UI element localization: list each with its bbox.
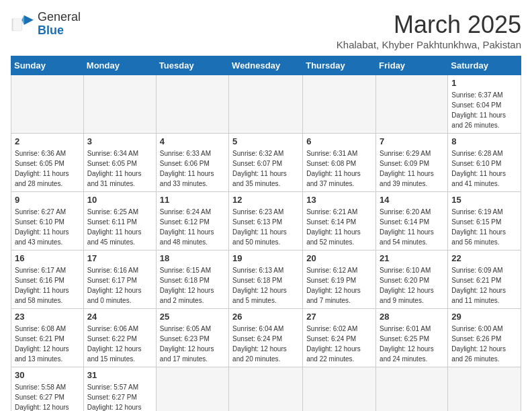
logo-icon: [11, 14, 35, 34]
calendar-cell: 15Sunrise: 6:19 AM Sunset: 6:15 PM Dayli…: [448, 192, 521, 250]
day-number: 11: [160, 195, 225, 205]
day-info: Sunrise: 6:32 AM Sunset: 6:07 PM Dayligh…: [232, 148, 299, 189]
calendar-cell: 21Sunrise: 6:10 AM Sunset: 6:20 PM Dayli…: [376, 250, 448, 309]
calendar-cell: 16Sunrise: 6:17 AM Sunset: 6:16 PM Dayli…: [11, 250, 84, 309]
title-area: March 2025 Khalabat, Khyber Pakhtunkhwa,…: [337, 11, 521, 50]
day-number: 27: [306, 312, 372, 322]
calendar-cell: 7Sunrise: 6:29 AM Sunset: 6:09 PM Daylig…: [376, 134, 448, 192]
calendar-cell: 18Sunrise: 6:15 AM Sunset: 6:18 PM Dayli…: [156, 250, 228, 309]
calendar-cell: 31Sunrise: 5:57 AM Sunset: 6:27 PM Dayli…: [83, 367, 156, 412]
day-info: Sunrise: 6:04 AM Sunset: 6:24 PM Dayligh…: [232, 324, 299, 364]
calendar-cell: [11, 75, 84, 134]
day-info: Sunrise: 6:19 AM Sunset: 6:15 PM Dayligh…: [451, 207, 517, 247]
day-info: Sunrise: 6:28 AM Sunset: 6:10 PM Dayligh…: [451, 148, 517, 189]
logo-text: GeneralBlue: [38, 11, 81, 38]
svg-marker-4: [21, 15, 24, 25]
calendar-cell: [156, 367, 228, 412]
calendar-cell: 10Sunrise: 6:25 AM Sunset: 6:11 PM Dayli…: [83, 192, 156, 250]
calendar-cell: 22Sunrise: 6:09 AM Sunset: 6:21 PM Dayli…: [448, 250, 521, 309]
calendar-cell: [376, 75, 448, 134]
day-number: 8: [451, 136, 517, 146]
week-row-1: 2Sunrise: 6:36 AM Sunset: 6:05 PM Daylig…: [11, 134, 521, 192]
weekday-header-wednesday: Wednesday: [229, 56, 303, 75]
day-number: 3: [87, 136, 152, 146]
day-number: 13: [306, 195, 372, 205]
day-info: Sunrise: 6:02 AM Sunset: 6:24 PM Dayligh…: [306, 324, 372, 364]
day-number: 6: [306, 136, 372, 146]
calendar-cell: [448, 367, 521, 412]
week-row-2: 9Sunrise: 6:27 AM Sunset: 6:10 PM Daylig…: [11, 192, 521, 250]
day-number: 28: [380, 312, 444, 322]
calendar-cell: [229, 367, 303, 412]
week-row-0: 1Sunrise: 6:37 AM Sunset: 6:04 PM Daylig…: [11, 75, 521, 134]
day-info: Sunrise: 6:37 AM Sunset: 6:04 PM Dayligh…: [451, 90, 517, 130]
calendar-cell: [303, 367, 376, 412]
svg-marker-3: [24, 15, 34, 25]
calendar-cell: 14Sunrise: 6:20 AM Sunset: 6:14 PM Dayli…: [376, 192, 448, 250]
day-info: Sunrise: 5:57 AM Sunset: 6:27 PM Dayligh…: [87, 382, 152, 411]
weekday-header-tuesday: Tuesday: [156, 56, 228, 75]
calendar-cell: 4Sunrise: 6:33 AM Sunset: 6:06 PM Daylig…: [156, 134, 228, 192]
calendar-cell: 27Sunrise: 6:02 AM Sunset: 6:24 PM Dayli…: [303, 309, 376, 367]
day-info: Sunrise: 6:12 AM Sunset: 6:19 PM Dayligh…: [306, 265, 372, 306]
calendar-cell: 17Sunrise: 6:16 AM Sunset: 6:17 PM Dayli…: [83, 250, 156, 309]
day-info: Sunrise: 6:00 AM Sunset: 6:26 PM Dayligh…: [451, 324, 517, 364]
weekday-header-row: SundayMondayTuesdayWednesdayThursdayFrid…: [11, 56, 521, 75]
calendar-cell: 13Sunrise: 6:21 AM Sunset: 6:14 PM Dayli…: [303, 192, 376, 250]
calendar-cell: 6Sunrise: 6:31 AM Sunset: 6:08 PM Daylig…: [303, 134, 376, 192]
calendar-cell: 9Sunrise: 6:27 AM Sunset: 6:10 PM Daylig…: [11, 192, 84, 250]
day-number: 14: [380, 195, 444, 205]
day-number: 10: [87, 195, 152, 205]
day-info: Sunrise: 6:08 AM Sunset: 6:21 PM Dayligh…: [15, 324, 80, 364]
day-number: 30: [15, 370, 80, 380]
day-info: Sunrise: 6:23 AM Sunset: 6:13 PM Dayligh…: [232, 207, 299, 247]
day-number: 21: [380, 253, 444, 263]
calendar-cell: 11Sunrise: 6:24 AM Sunset: 6:12 PM Dayli…: [156, 192, 228, 250]
calendar-cell: 29Sunrise: 6:00 AM Sunset: 6:26 PM Dayli…: [448, 309, 521, 367]
day-info: Sunrise: 6:21 AM Sunset: 6:14 PM Dayligh…: [306, 207, 372, 247]
day-number: 24: [87, 312, 152, 322]
weekday-header-sunday: Sunday: [11, 56, 84, 75]
calendar-cell: [376, 367, 448, 412]
day-number: 19: [232, 253, 299, 263]
header: GeneralBlue March 2025 Khalabat, Khyber …: [11, 11, 521, 50]
week-row-4: 23Sunrise: 6:08 AM Sunset: 6:21 PM Dayli…: [11, 309, 521, 367]
calendar-cell: [156, 75, 228, 134]
weekday-header-thursday: Thursday: [303, 56, 376, 75]
day-number: 20: [306, 253, 372, 263]
day-number: 23: [15, 312, 80, 322]
day-number: 29: [451, 312, 517, 322]
week-row-5: 30Sunrise: 5:58 AM Sunset: 6:27 PM Dayli…: [11, 367, 521, 412]
day-number: 7: [380, 136, 444, 146]
weekday-header-monday: Monday: [83, 56, 156, 75]
calendar-cell: 30Sunrise: 5:58 AM Sunset: 6:27 PM Dayli…: [11, 367, 84, 412]
day-info: Sunrise: 6:20 AM Sunset: 6:14 PM Dayligh…: [380, 207, 444, 247]
logo: GeneralBlue: [11, 11, 81, 38]
weekday-header-saturday: Saturday: [448, 56, 521, 75]
day-info: Sunrise: 6:29 AM Sunset: 6:09 PM Dayligh…: [380, 148, 444, 189]
day-info: Sunrise: 6:17 AM Sunset: 6:16 PM Dayligh…: [15, 265, 80, 306]
day-info: Sunrise: 6:33 AM Sunset: 6:06 PM Dayligh…: [160, 148, 225, 189]
day-info: Sunrise: 6:34 AM Sunset: 6:05 PM Dayligh…: [87, 148, 152, 189]
day-number: 9: [15, 195, 80, 205]
day-info: Sunrise: 6:05 AM Sunset: 6:23 PM Dayligh…: [160, 324, 225, 364]
day-number: 5: [232, 136, 299, 146]
weekday-header-friday: Friday: [376, 56, 448, 75]
day-number: 26: [232, 312, 299, 322]
day-number: 15: [451, 195, 517, 205]
day-info: Sunrise: 6:16 AM Sunset: 6:17 PM Dayligh…: [87, 265, 152, 306]
day-number: 16: [15, 253, 80, 263]
day-info: Sunrise: 6:27 AM Sunset: 6:10 PM Dayligh…: [15, 207, 80, 247]
day-number: 4: [160, 136, 225, 146]
day-info: Sunrise: 6:09 AM Sunset: 6:21 PM Dayligh…: [451, 265, 517, 306]
day-number: 25: [160, 312, 225, 322]
day-number: 1: [451, 78, 517, 88]
day-info: Sunrise: 6:10 AM Sunset: 6:20 PM Dayligh…: [380, 265, 444, 306]
day-info: Sunrise: 5:58 AM Sunset: 6:27 PM Dayligh…: [15, 382, 80, 411]
calendar-cell: 28Sunrise: 6:01 AM Sunset: 6:25 PM Dayli…: [376, 309, 448, 367]
week-row-3: 16Sunrise: 6:17 AM Sunset: 6:16 PM Dayli…: [11, 250, 521, 309]
calendar-cell: 20Sunrise: 6:12 AM Sunset: 6:19 PM Dayli…: [303, 250, 376, 309]
calendar-cell: 1Sunrise: 6:37 AM Sunset: 6:04 PM Daylig…: [448, 75, 521, 134]
location-title: Khalabat, Khyber Pakhtunkhwa, Pakistan: [337, 39, 521, 50]
day-number: 31: [87, 370, 152, 380]
